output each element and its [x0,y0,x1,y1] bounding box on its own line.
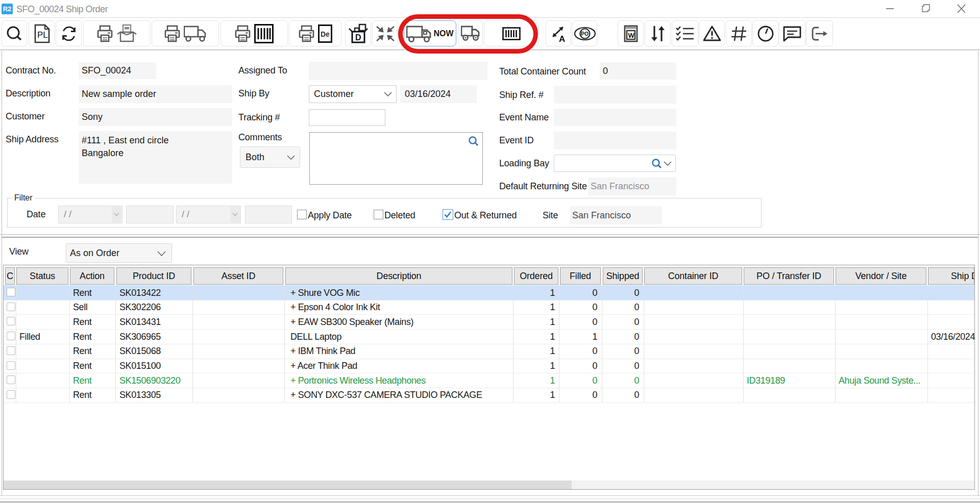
svg-text:W: W [628,32,634,39]
svg-text:De: De [321,30,330,38]
svg-text:PL: PL [37,30,48,40]
svg-text:D: D [355,33,361,42]
svg-text:A: A [559,34,565,43]
svg-text:PO: PO [581,31,589,37]
